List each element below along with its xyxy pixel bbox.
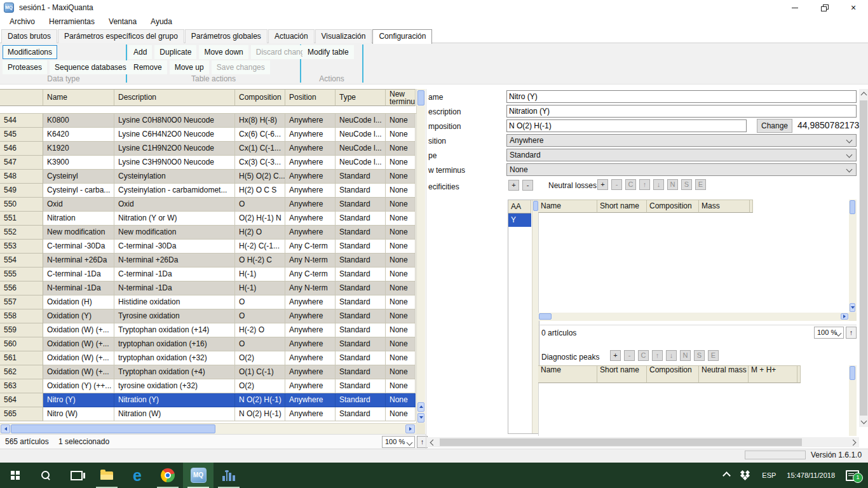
column-header-type[interactable]: Type bbox=[336, 89, 386, 106]
scrollbar-thumb[interactable] bbox=[850, 366, 855, 380]
column-header-short-name[interactable]: Short name bbox=[597, 365, 647, 383]
close-button[interactable]: × bbox=[839, 0, 868, 15]
start-button[interactable] bbox=[0, 463, 31, 488]
table-row[interactable]: 562Oxidation (W) (+...Tryptophan oxidati… bbox=[0, 365, 416, 379]
table-row[interactable]: 556N-terminal -1DaN-terminal -1DaH(-1)An… bbox=[0, 281, 416, 295]
column-header-new-terminus[interactable]: New terminus bbox=[386, 89, 416, 106]
scroll-up-icon[interactable] bbox=[417, 402, 424, 412]
scrollbar-thumb[interactable] bbox=[539, 313, 552, 320]
aa-selected-item[interactable]: Y bbox=[508, 214, 531, 227]
menu-ayuda[interactable]: Ayuda bbox=[144, 15, 179, 29]
scrollbar-thumb[interactable] bbox=[417, 90, 424, 105]
panel-splitter[interactable] bbox=[426, 89, 426, 449]
diagnostic-peaks-vscrollbar[interactable] bbox=[849, 365, 857, 436]
column-header-name[interactable]: Name bbox=[43, 89, 114, 106]
mini-button-add[interactable]: + bbox=[610, 350, 621, 361]
task-view-button[interactable] bbox=[61, 463, 92, 488]
restore-button[interactable] bbox=[810, 0, 839, 15]
table-row[interactable]: 546K1920Lysine C1H9N2O0 NeucodeCx(1) C(-… bbox=[0, 142, 416, 156]
tray-expand-icon[interactable] bbox=[722, 471, 731, 480]
table-row[interactable]: 564Nitro (Y)Nitration (Y)N O(2) H(-1)Any… bbox=[0, 393, 416, 407]
scroll-left-icon[interactable] bbox=[1, 424, 10, 433]
language-indicator[interactable]: ESP bbox=[762, 471, 776, 479]
scroll-right-icon[interactable] bbox=[405, 424, 415, 433]
table-row[interactable]: 551NitrationNitration (Y or W)O(2) H(-1)… bbox=[0, 212, 416, 226]
composition-field[interactable] bbox=[506, 119, 747, 132]
neutral-losses-scroll-top-button[interactable]: ↑ bbox=[846, 327, 857, 339]
name-field[interactable] bbox=[506, 90, 857, 103]
chrome-button[interactable] bbox=[153, 463, 183, 488]
neutral-losses-zoom-select[interactable]: 100 % bbox=[814, 327, 844, 339]
ribbon-modify-table[interactable]: Modify table bbox=[302, 45, 354, 59]
dropbox-icon[interactable] bbox=[740, 471, 751, 480]
panel-vertical-scrollbar[interactable] bbox=[859, 89, 868, 427]
tab-par-metros-globales[interactable]: Parámetros globales bbox=[185, 29, 268, 43]
scroll-up-icon[interactable] bbox=[861, 92, 867, 98]
tab-datos-brutos[interactable]: Datos brutos bbox=[1, 29, 57, 43]
edge-button[interactable]: e bbox=[122, 463, 153, 488]
mini-button-remove[interactable]: - bbox=[522, 180, 533, 191]
neutral-losses-table[interactable] bbox=[538, 213, 849, 313]
new-terminus-select[interactable]: None bbox=[506, 163, 857, 176]
ribbon-modifications[interactable]: Modifications bbox=[3, 45, 57, 59]
neutral-losses-hscrollbar[interactable] bbox=[538, 313, 849, 321]
table-row[interactable]: 563Oxidation (Y) (++...tyrosine oxidatio… bbox=[0, 379, 416, 393]
column-header-description[interactable]: Description bbox=[114, 89, 235, 106]
table-row[interactable]: 547K3900Lysine C3H9N0O0 NeucodeCx(3) C(-… bbox=[0, 156, 416, 170]
table-row[interactable]: 544K0800Lysine C0H8N0O0 NeucodeHx(8) H(-… bbox=[0, 114, 416, 128]
scrollbar-thumb[interactable] bbox=[440, 438, 802, 446]
table-row[interactable]: 561Oxidation (W) (+...tryptophan oxidati… bbox=[0, 351, 416, 365]
viewer-button[interactable] bbox=[214, 463, 244, 488]
scroll-right-icon[interactable] bbox=[841, 313, 848, 320]
scrollbar-thumb[interactable] bbox=[860, 100, 867, 416]
table-row[interactable]: 549Cysteinyl - carba...Cysteinylation - … bbox=[0, 184, 416, 198]
menu-ventana[interactable]: Ventana bbox=[102, 15, 144, 29]
column-header-rownum[interactable] bbox=[0, 89, 43, 106]
position-select[interactable]: Anywhere bbox=[506, 134, 857, 147]
tab-visualizaci-n[interactable]: Visualización bbox=[315, 29, 372, 43]
ribbon-remove[interactable]: Remove bbox=[128, 60, 167, 74]
tab-configuraci-n[interactable]: Configuración bbox=[372, 29, 432, 44]
neutral-losses-vscrollbar[interactable] bbox=[849, 200, 857, 313]
table-row[interactable]: 555C-terminal -1DaC-terminal -1DaH(-1)An… bbox=[0, 268, 416, 281]
table-row[interactable]: 548CysteinylCysteinylationH(5) O(2) C...… bbox=[0, 170, 416, 184]
column-header-name[interactable]: Name bbox=[538, 365, 597, 383]
tab-actuaci-n[interactable]: Actuación bbox=[268, 29, 315, 43]
table-row[interactable]: 560Oxidation (W) (+...tryptophan oxidati… bbox=[0, 337, 416, 351]
mini-button-add[interactable]: + bbox=[597, 179, 608, 190]
tab-par-metros-espec-ficos-del-grupo[interactable]: Parámetros específicos del grupo bbox=[58, 29, 184, 43]
ribbon-sequence-databases[interactable]: Sequence databases bbox=[50, 60, 132, 74]
table-zoom-select[interactable]: 100 % bbox=[382, 436, 415, 448]
column-header-composition[interactable]: Composition bbox=[235, 89, 285, 106]
mini-button-add[interactable]: + bbox=[508, 180, 519, 191]
column-header-mass[interactable]: Mass bbox=[699, 200, 750, 213]
table-row[interactable]: 552New modificationNew modificationH(2) … bbox=[0, 226, 416, 240]
clock[interactable]: 15:47 8/11/2018 bbox=[787, 471, 835, 480]
notification-center-icon[interactable]: 1 bbox=[846, 470, 859, 481]
table-row[interactable]: 550OxidOxidOAnywhereStandardNone bbox=[0, 198, 416, 212]
scrollbar-thumb[interactable] bbox=[11, 424, 215, 433]
ribbon-proteases[interactable]: Proteases bbox=[3, 60, 47, 74]
scrollbar-thumb[interactable] bbox=[533, 201, 538, 211]
type-select[interactable]: Standard bbox=[506, 149, 857, 161]
change-button[interactable]: Change bbox=[757, 119, 792, 133]
column-header-composition[interactable]: Composition bbox=[647, 200, 699, 213]
table-row[interactable]: 554N-terminal +26DaN-terminal +26DaO H(-… bbox=[0, 254, 416, 268]
scroll-down-icon[interactable] bbox=[417, 413, 424, 423]
aa-listbox[interactable]: AA Y bbox=[508, 200, 539, 434]
ribbon-duplicate[interactable]: Duplicate bbox=[154, 45, 196, 59]
minimize-button[interactable] bbox=[780, 0, 810, 15]
table-row[interactable]: 565Nitro (W)Nitration (W)N O(2) H(-1)Any… bbox=[0, 407, 416, 421]
table-row[interactable]: 557Oxidation (H)Histidine oxidationOAnyw… bbox=[0, 295, 416, 309]
menu-archivo[interactable]: Archivo bbox=[3, 15, 42, 29]
scrollbar-thumb[interactable] bbox=[850, 200, 855, 214]
ribbon-move-down[interactable]: Move down bbox=[199, 45, 248, 59]
search-button[interactable] bbox=[31, 463, 61, 488]
scroll-down-icon[interactable] bbox=[861, 418, 867, 424]
column-header-position[interactable]: Position bbox=[285, 89, 336, 106]
scroll-right-icon[interactable] bbox=[850, 440, 857, 446]
menu-herramientas[interactable]: Herramientas bbox=[42, 15, 102, 29]
table-row[interactable]: 559Oxidation (W) (+...Tryptophan oxidati… bbox=[0, 323, 416, 337]
panel-horizontal-scrollbar[interactable] bbox=[427, 437, 859, 447]
column-header-name[interactable]: Name bbox=[538, 200, 597, 213]
